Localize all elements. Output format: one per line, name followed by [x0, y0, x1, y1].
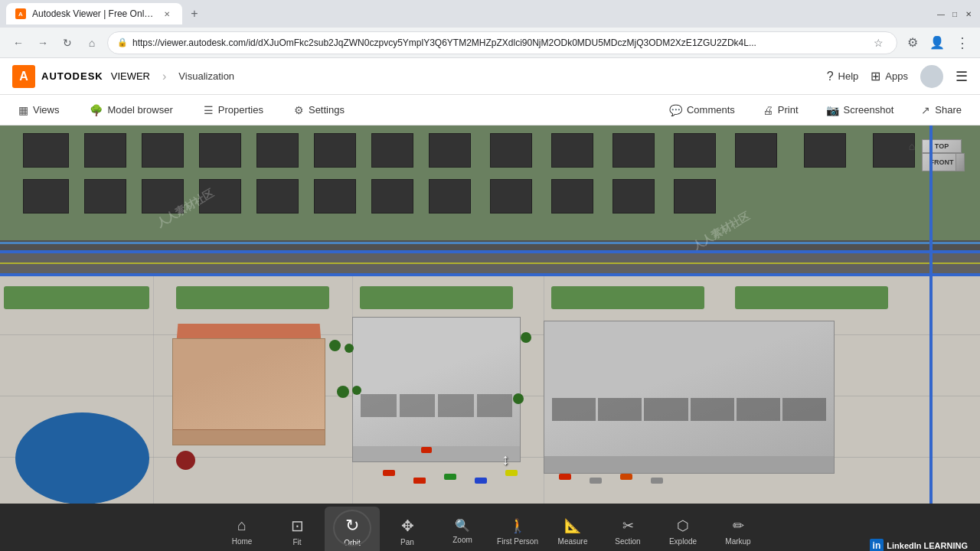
cube-nav-widget[interactable]: TOP FRONT	[919, 139, 965, 185]
grass-area-2	[176, 286, 329, 309]
building-right-large	[544, 321, 835, 474]
tree-2	[345, 344, 354, 353]
tab-close-button[interactable]: ✕	[161, 8, 173, 20]
small-building-5	[256, 133, 299, 168]
cube-top-face: TOP	[922, 139, 962, 153]
3d-viewport[interactable]: www.rrcg.cn	[0, 126, 980, 504]
views-label: Views	[33, 104, 59, 116]
small-building-9	[490, 133, 532, 168]
model-browser-button[interactable]: 🌳 Model browser	[83, 101, 178, 119]
share-button[interactable]: ↗ Share	[915, 101, 968, 119]
screenshot-button[interactable]: 📷 Screenshot	[820, 101, 900, 119]
linkedin-label: LinkedIn LEARNING	[887, 541, 968, 550]
tree-4	[337, 386, 349, 398]
extensions-icon[interactable]: ⚙	[903, 34, 922, 52]
measure-tool-icon: 📐	[564, 517, 581, 534]
viewport-home-button[interactable]: ⌂	[903, 138, 920, 155]
breadcrumb-separator: ›	[162, 70, 166, 83]
profile-icon[interactable]: 👤	[928, 34, 946, 52]
active-tab[interactable]: A Autodesk Viewer | Free Online Fi... ✕	[6, 3, 182, 24]
tool-first-person[interactable]: 🚶 First Person	[490, 507, 545, 551]
window-row	[361, 394, 397, 417]
refresh-button[interactable]: ↻	[58, 34, 77, 52]
comments-icon: 💬	[669, 104, 682, 116]
close-button[interactable]: ✕	[963, 8, 974, 19]
small-building-27	[674, 179, 716, 214]
print-button[interactable]: 🖨 Print	[756, 101, 805, 119]
building-center-base	[353, 446, 520, 461]
small-building-7	[371, 133, 413, 168]
linkedin-badge: in LinkedIn LEARNING	[870, 539, 968, 551]
window	[691, 398, 734, 421]
zoom-tool-icon: 🔍	[455, 518, 470, 533]
tool-measure[interactable]: 📐 Measure	[545, 507, 600, 551]
screenshot-label: Screenshot	[844, 104, 894, 116]
tree-5	[352, 386, 361, 395]
back-button[interactable]: ←	[9, 34, 28, 52]
home-tool-label: Home	[232, 537, 253, 546]
settings-icon: ⚙	[294, 104, 304, 116]
residential-area	[0, 126, 980, 252]
tool-home[interactable]: Home	[214, 507, 270, 551]
views-button[interactable]: ▦ Views	[12, 101, 65, 119]
help-button[interactable]: ? Help	[827, 70, 859, 83]
tool-zoom[interactable]: 🔍 Zoom	[435, 507, 490, 551]
section-tool-label: Section	[615, 537, 640, 546]
fit-tool-icon: ⊡	[291, 517, 304, 535]
settings-label: Settings	[309, 104, 345, 116]
apps-label: Apps	[885, 70, 908, 82]
first-person-tool-label: First Person	[497, 537, 538, 546]
user-avatar[interactable]	[920, 65, 943, 88]
comments-button[interactable]: 💬 Comments	[663, 101, 741, 119]
forward-button[interactable]: →	[34, 34, 52, 52]
cube-side-face	[956, 153, 965, 171]
window	[598, 398, 642, 421]
zoom-tool-label: Zoom	[452, 536, 472, 544]
tool-markup[interactable]: ✏ Markup	[710, 507, 766, 551]
address-input-box[interactable]: 🔒 https://viewer.autodesk.com/id/dXJuOmF…	[107, 31, 897, 54]
tool-section[interactable]: ✂ Section	[600, 507, 655, 551]
tool-pan[interactable]: ✥ Pan	[380, 507, 435, 551]
logo-sub-text: VIEWER	[111, 70, 150, 82]
share-label: Share	[935, 104, 962, 116]
tree-6	[513, 393, 524, 404]
hamburger-menu-icon[interactable]: ☰	[956, 68, 968, 85]
small-building-2	[84, 133, 126, 168]
maximize-button[interactable]: □	[949, 8, 960, 19]
car-blue-1	[475, 478, 487, 484]
small-building-16	[23, 179, 69, 214]
blue-east-boundary	[929, 126, 933, 504]
new-tab-button[interactable]: +	[185, 5, 204, 23]
home-browser-button[interactable]: ⌂	[83, 34, 101, 52]
grass-area-3	[360, 286, 513, 309]
autodesk-toolbar: ▦ Views 🌳 Model browser ☰ Properties ⚙ S…	[0, 95, 980, 126]
model-browser-label: Model browser	[107, 104, 172, 116]
url-text: https://viewer.autodesk.com/id/dXJuOmFkc…	[132, 37, 864, 48]
settings-button[interactable]: ⚙ Settings	[288, 101, 351, 119]
more-options-icon[interactable]: ⋮	[952, 34, 971, 52]
properties-button[interactable]: ☰ Properties	[198, 101, 270, 119]
small-building-6	[314, 133, 356, 168]
tree-3	[521, 332, 531, 343]
minimize-button[interactable]: —	[936, 8, 946, 19]
small-building-13	[735, 133, 777, 168]
tool-fit[interactable]: ⊡ Fit	[270, 507, 325, 551]
print-icon: 🖨	[763, 104, 773, 116]
tool-explode[interactable]: ⬡ Explode	[655, 507, 710, 551]
small-building-14	[804, 133, 846, 168]
explode-tool-label: Explode	[669, 537, 697, 546]
tool-orbit[interactable]: ↻ Orbit	[325, 507, 380, 551]
address-bar: ← → ↻ ⌂ 🔒 https://viewer.autodesk.com/id…	[0, 28, 980, 58]
car-green-1	[444, 474, 456, 480]
bookmark-icon[interactable]: ☆	[869, 34, 887, 52]
apps-button[interactable]: ⊞ Apps	[871, 69, 908, 83]
small-building-23	[429, 179, 471, 214]
fit-tool-label: Fit	[292, 538, 301, 546]
building-right-base	[544, 456, 834, 473]
logo-text: AUTODESK	[41, 70, 103, 82]
window	[782, 398, 826, 421]
window-controls: — □ ✕	[936, 8, 974, 19]
car-small-red	[421, 447, 432, 453]
comments-label: Comments	[687, 104, 735, 116]
car-yellow-1	[505, 470, 518, 476]
